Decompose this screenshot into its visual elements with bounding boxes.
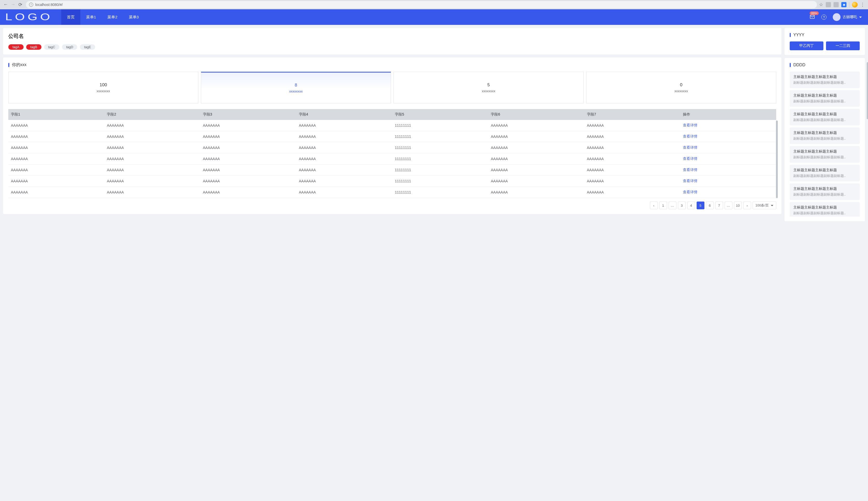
stat-number: 100: [100, 82, 107, 87]
table-cell: AAAAAAA: [8, 142, 104, 153]
pagination-prev[interactable]: ‹: [650, 202, 658, 209]
logo[interactable]: LOGO: [5, 12, 53, 22]
table-cell: AAAAAAA: [200, 175, 296, 187]
company-tag[interactable]: tagC: [44, 44, 59, 50]
mail-badge: 999+: [810, 11, 819, 15]
table-header-cell: 字段4: [296, 109, 392, 120]
pagination-page[interactable]: 1: [659, 202, 667, 209]
table-cell: AAAAAAA: [584, 164, 680, 175]
browser-menu-icon[interactable]: ⋮: [860, 2, 865, 7]
top-menu-item-0[interactable]: 首页: [61, 9, 80, 25]
top-menu-item-2[interactable]: 菜单2: [102, 9, 123, 25]
list-item[interactable]: 主标题主标题主标题主标题副标题副标题副标题副标题副标题..: [790, 146, 860, 163]
pagination-page[interactable]: 7: [715, 202, 723, 209]
extension-icon-1[interactable]: [826, 2, 831, 7]
stat-card[interactable]: 100xxxxxxxx: [8, 72, 198, 103]
table-row: AAAAAAAAAAAAAAAAAAAAAAAAAAAA11111111AAAA…: [8, 120, 776, 131]
browser-forward-button[interactable]: →: [9, 1, 17, 8]
pagination-page[interactable]: 10: [734, 202, 742, 209]
company-tag[interactable]: tagA: [8, 44, 24, 50]
chevron-down-icon: [859, 17, 862, 18]
list-item-title: 主标题主标题主标题主标题: [793, 130, 856, 135]
table-cell: AAAAAAA: [296, 164, 392, 175]
list-item[interactable]: 主标题主标题主标题主标题副标题副标题副标题副标题副标题..: [790, 127, 860, 144]
list-item-title: 主标题主标题主标题主标题: [793, 75, 856, 79]
pagination-size-select[interactable]: 100条/页: [753, 202, 776, 209]
pagination-page[interactable]: 5: [697, 202, 704, 209]
list-item[interactable]: 主标题主标题主标题主标题副标题副标题副标题副标题副标题..: [790, 90, 860, 107]
table-cell: AAAAAAA: [8, 131, 104, 142]
toolbar-divider: [849, 2, 849, 7]
view-detail-link[interactable]: 查看详情: [683, 190, 698, 194]
table-header-cell: 操作: [680, 109, 776, 120]
panel-yyyy-button[interactable]: 一二三四: [826, 41, 860, 50]
table-cell: AAAAAAA: [488, 187, 584, 198]
table-row: AAAAAAAAAAAAAAAAAAAAAAAAAAAA11111111AAAA…: [8, 187, 776, 198]
table-cell: AAAAAAA: [296, 187, 392, 198]
table-header-cell: 字段3: [200, 109, 296, 120]
table-cell: AAAAAAA: [200, 153, 296, 164]
mail-button[interactable]: 999+: [809, 14, 815, 20]
browser-back-button[interactable]: ←: [2, 1, 9, 8]
top-menu-item-1[interactable]: 菜单1: [80, 9, 102, 25]
stat-card[interactable]: 5xxxxxxxx: [394, 72, 584, 103]
browser-toolbar: ← → ⟳ i localhost:8080/#/ ☆ ◆ ⋮: [0, 0, 868, 9]
browser-address-bar[interactable]: i localhost:8080/#/: [26, 1, 817, 8]
pagination-page[interactable]: 3: [678, 202, 686, 209]
company-name: 公司名: [8, 33, 776, 40]
table-cell: AAAAAAA: [584, 187, 680, 198]
stat-card[interactable]: 8xxxxxxxx: [201, 72, 391, 103]
view-detail-link[interactable]: 查看详情: [683, 157, 698, 161]
table-cell: AAAAAAA: [488, 164, 584, 175]
help-button[interactable]: ?: [821, 14, 827, 20]
top-menu-item-3[interactable]: 菜单3: [123, 9, 144, 25]
list-item[interactable]: 主标题主标题主标题主标题副标题副标题副标题副标题副标题..: [790, 202, 860, 216]
browser-profile-avatar[interactable]: [852, 2, 858, 8]
table-cell: AAAAAAA: [8, 120, 104, 131]
stat-card[interactable]: 0xxxxxxxx: [586, 72, 776, 103]
table-header-cell: 字段1: [8, 109, 104, 120]
company-tag[interactable]: tagB: [26, 44, 41, 50]
table-cell: AAAAAAA: [296, 175, 392, 187]
table-cell: AAAAAAA: [488, 175, 584, 187]
site-info-icon[interactable]: i: [29, 3, 33, 7]
view-detail-link[interactable]: 查看详情: [683, 179, 698, 183]
extension-icon-2[interactable]: [834, 2, 839, 7]
view-detail-link[interactable]: 查看详情: [683, 168, 698, 172]
user-menu[interactable]: 古丽哪吒: [833, 13, 862, 21]
stat-number: 5: [488, 82, 490, 87]
pagination-page[interactable]: 6: [706, 202, 714, 209]
view-detail-link[interactable]: 查看详情: [683, 134, 698, 138]
panel-yyyy-button[interactable]: 甲乙丙丁: [790, 41, 823, 50]
list-item[interactable]: 主标题主标题主标题主标题副标题副标题副标题副标题副标题..: [790, 183, 860, 200]
table-cell: AAAAAAA: [104, 153, 200, 164]
company-tags: tagAtagBtagCtagDtagE: [8, 44, 776, 50]
stat-label: xxxxxxxx: [97, 89, 110, 93]
list-item[interactable]: 主标题主标题主标题主标题副标题副标题副标题副标题副标题..: [790, 109, 860, 125]
view-detail-link[interactable]: 查看详情: [683, 145, 698, 149]
list-item[interactable]: 主标题主标题主标题主标题副标题副标题副标题副标题副标题..: [790, 72, 860, 88]
company-tag[interactable]: tagE: [80, 44, 95, 50]
stat-number: 0: [680, 82, 682, 87]
table-cell: AAAAAAA: [296, 153, 392, 164]
list-item-title: 主标题主标题主标题主标题: [793, 186, 856, 191]
browser-reload-button[interactable]: ⟳: [17, 1, 24, 8]
panel-dddd-scrollbar[interactable]: [867, 62, 868, 119]
table-header-cell: 字段2: [104, 109, 200, 120]
extension-icon-3[interactable]: ◆: [841, 2, 847, 7]
table-cell: 11111111: [392, 187, 488, 198]
pagination-page[interactable]: 4: [687, 202, 695, 209]
pagination-next[interactable]: ›: [743, 202, 751, 209]
table-cell: AAAAAAA: [8, 164, 104, 175]
table-cell: AAAAAAA: [584, 175, 680, 187]
list-item[interactable]: 主标题主标题主标题主标题副标题副标题副标题副标题副标题..: [790, 165, 860, 181]
table-header-cell: 字段7: [584, 109, 680, 120]
view-detail-link[interactable]: 查看详情: [683, 123, 698, 127]
stats-row: 100xxxxxxxx8xxxxxxxx5xxxxxxxx0xxxxxxxx: [8, 72, 776, 103]
table-scrollbar[interactable]: [776, 120, 778, 198]
table-cell: AAAAAAA: [488, 142, 584, 153]
list-item-title: 主标题主标题主标题主标题: [793, 112, 856, 117]
table-row: AAAAAAAAAAAAAAAAAAAAAAAAAAAA11111111AAAA…: [8, 164, 776, 175]
company-tag[interactable]: tagD: [62, 44, 77, 50]
bookmark-star-icon[interactable]: ☆: [819, 2, 823, 8]
